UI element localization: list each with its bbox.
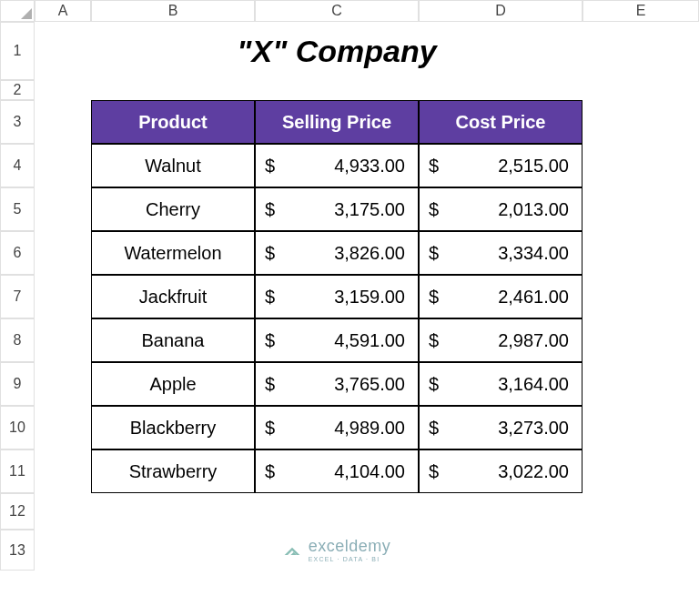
table-row-product[interactable]: Watermelon [91,231,255,275]
cell-A6[interactable] [35,231,91,275]
currency-symbol: $ [265,156,275,177]
row-header-7[interactable]: 7 [0,275,35,318]
row-header-4[interactable]: 4 [0,144,35,187]
row-header-8[interactable]: 8 [0,318,35,362]
table-row-product[interactable]: Apple [91,362,255,406]
selling-value: 3,175.00 [275,199,405,220]
table-row-selling[interactable]: $3,159.00 [255,275,419,318]
cell-D2[interactable] [419,80,582,100]
table-header-cost[interactable]: Cost Price [419,100,582,144]
col-header-D[interactable]: D [419,0,582,22]
table-row-product[interactable]: Walnut [91,144,255,187]
cell-A11[interactable] [35,449,91,493]
table-row-selling[interactable]: $3,765.00 [255,362,419,406]
table-row-selling[interactable]: $4,933.00 [255,144,419,187]
cell-A7[interactable] [35,275,91,318]
row-header-5[interactable]: 5 [0,187,35,231]
row-header-1[interactable]: 1 [0,22,35,80]
cost-value: 3,273.00 [439,418,569,439]
cell-B2[interactable] [91,80,255,100]
selling-value: 3,159.00 [275,287,405,308]
selling-value: 4,933.00 [275,156,405,177]
row-header-3[interactable]: 3 [0,100,35,144]
cost-value: 3,334.00 [439,243,569,264]
table-row-selling[interactable]: $3,175.00 [255,187,419,231]
cell-A9[interactable] [35,362,91,406]
table-row-product[interactable]: Cherry [91,187,255,231]
cost-value: 2,461.00 [439,287,569,308]
selling-value: 3,765.00 [275,374,405,395]
table-row-cost[interactable]: $3,334.00 [419,231,582,275]
table-row-selling[interactable]: $4,591.00 [255,318,419,362]
cell-E12[interactable] [582,493,699,530]
table-row-cost[interactable]: $3,164.00 [419,362,582,406]
row-header-10[interactable]: 10 [0,406,35,449]
cell-D12[interactable] [419,493,582,530]
cell-E1[interactable] [582,22,699,80]
watermark: exceldemy EXCEL · DATA · BI [91,530,582,571]
row-header-6[interactable]: 6 [0,231,35,275]
table-row-product[interactable]: Banana [91,318,255,362]
table-row-product[interactable]: Blackberry [91,406,255,449]
cell-A5[interactable] [35,187,91,231]
currency-symbol: $ [429,418,439,439]
spreadsheet: A B C D E 1 "X" Company 2 3 Product Sell… [0,0,699,571]
row-header-2[interactable]: 2 [0,80,35,100]
table-row-cost[interactable]: $2,013.00 [419,187,582,231]
cell-C12[interactable] [255,493,419,530]
table-header-product[interactable]: Product [91,100,255,144]
row-header-9[interactable]: 9 [0,362,35,406]
table-row-cost[interactable]: $3,022.00 [419,449,582,493]
currency-symbol: $ [429,461,439,482]
cell-E11[interactable] [582,449,699,493]
cell-A8[interactable] [35,318,91,362]
cell-A13[interactable] [35,530,91,571]
cell-E9[interactable] [582,362,699,406]
table-header-selling[interactable]: Selling Price [255,100,419,144]
cell-A10[interactable] [35,406,91,449]
table-row-cost[interactable]: $2,461.00 [419,275,582,318]
cell-B12[interactable] [91,493,255,530]
cell-E10[interactable] [582,406,699,449]
cost-value: 2,013.00 [439,199,569,220]
col-header-E[interactable]: E [582,0,699,22]
cell-E3[interactable] [582,100,699,144]
table-row-selling[interactable]: $3,826.00 [255,231,419,275]
cell-E5[interactable] [582,187,699,231]
cell-E4[interactable] [582,144,699,187]
col-header-A[interactable]: A [35,0,91,22]
cell-E13[interactable] [582,530,699,571]
cell-A1[interactable] [35,22,91,80]
col-header-C[interactable]: C [255,0,419,22]
currency-symbol: $ [429,199,439,220]
col-header-B[interactable]: B [91,0,255,22]
table-row-selling[interactable]: $4,104.00 [255,449,419,493]
cell-E7[interactable] [582,275,699,318]
table-row-cost[interactable]: $2,515.00 [419,144,582,187]
table-row-product[interactable]: Strawberry [91,449,255,493]
cell-A2[interactable] [35,80,91,100]
table-row-cost[interactable]: $2,987.00 [419,318,582,362]
cell-E2[interactable] [582,80,699,100]
cell-C2[interactable] [255,80,419,100]
cell-E8[interactable] [582,318,699,362]
currency-symbol: $ [429,243,439,264]
cell-A12[interactable] [35,493,91,530]
row-header-13[interactable]: 13 [0,530,35,571]
cell-E6[interactable] [582,231,699,275]
cost-value: 3,022.00 [439,461,569,482]
row-header-12[interactable]: 12 [0,493,35,530]
table-row-cost[interactable]: $3,273.00 [419,406,582,449]
cell-A4[interactable] [35,144,91,187]
page-title[interactable]: "X" Company [91,22,582,80]
currency-symbol: $ [265,374,275,395]
currency-symbol: $ [265,418,275,439]
selling-value: 4,104.00 [275,461,405,482]
table-row-selling[interactable]: $4,989.00 [255,406,419,449]
table-row-product[interactable]: Jackfruit [91,275,255,318]
select-all-corner[interactable] [0,0,35,22]
selling-value: 4,591.00 [275,330,405,351]
row-header-11[interactable]: 11 [0,449,35,493]
cell-A3[interactable] [35,100,91,144]
currency-symbol: $ [265,330,275,351]
